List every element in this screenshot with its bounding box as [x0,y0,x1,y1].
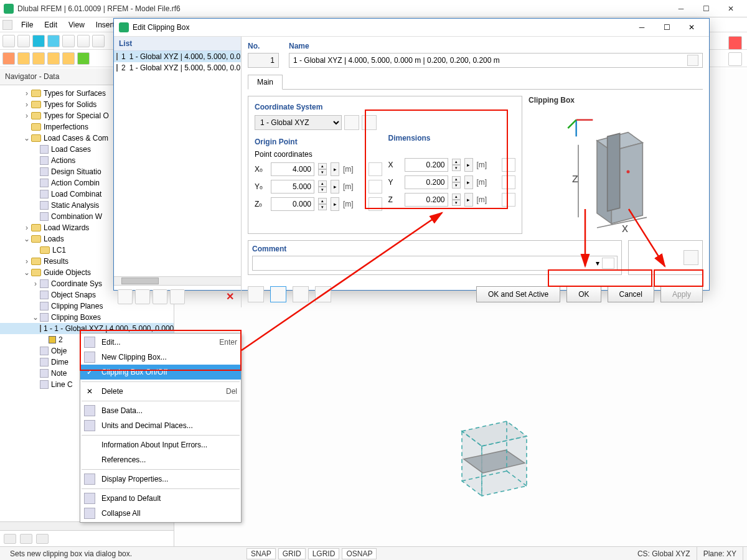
menu-file[interactable]: File [16,19,38,30]
edit-name-icon[interactable] [687,55,698,66]
spinner[interactable]: ▴▾ [318,198,327,210]
pick-icon[interactable] [502,175,515,189]
chevron-down-icon[interactable]: ▾ [596,259,599,268]
toolbar-icon[interactable] [17,35,30,47]
context-menu-item[interactable]: Information About Input Errors... [80,437,241,452]
toolbar-icon[interactable] [2,52,15,65]
nav-footer-icon[interactable] [36,534,49,544]
coord-value[interactable]: 4.000 [271,162,314,176]
chevron-icon[interactable]: › [22,257,31,266]
minimize-button[interactable]: ─ [669,1,693,17]
comment-input[interactable]: ▾ [252,256,618,271]
grid-button[interactable]: GRID [278,548,306,559]
dialog-list[interactable]: 11 - Global XYZ | 4.000, 5.000, 0.021 - … [114,51,241,276]
menu-edit[interactable]: Edit [39,19,62,30]
step-icon[interactable]: ▸ [331,180,339,194]
chevron-icon[interactable]: › [22,89,31,98]
footer-tool-icon[interactable] [248,286,264,302]
spinner[interactable]: ▴▾ [452,176,461,189]
context-menu-item[interactable]: Display Properties... [80,472,241,487]
context-menu-item[interactable]: Units and Decimal Places... [80,418,241,433]
spinner[interactable]: ▴▾ [452,159,461,171]
toolbar-icon[interactable] [2,35,15,47]
toolbar-icon[interactable] [92,35,105,47]
context-menu-item[interactable]: Collapse All [80,506,241,521]
toolbar-icon[interactable] [47,35,60,47]
list-tool-icon[interactable] [118,289,133,304]
toolbar-icon[interactable] [32,35,45,47]
footer-tool-icon[interactable] [315,286,331,302]
context-menu-item[interactable]: Base Data... [80,403,241,418]
apply-button[interactable]: Apply [660,286,703,302]
spinner[interactable]: ▴▾ [318,180,327,193]
pick-icon[interactable] [502,158,515,172]
chevron-icon[interactable]: › [22,223,31,232]
ok-set-active-button[interactable]: OK and Set Active [476,286,560,302]
context-menu-item[interactable]: New Clipping Box... [80,350,241,365]
cs-tool-icon[interactable] [362,115,377,130]
chevron-icon[interactable]: ⌄ [22,268,31,277]
navigator-scrollbar[interactable] [0,521,174,530]
coord-value[interactable]: 5.000 [271,180,314,194]
coord-value[interactable]: 0.200 [405,193,448,207]
snap-button[interactable]: SNAP [247,548,276,559]
ok-button[interactable]: OK [566,286,601,302]
list-tool-icon[interactable] [135,289,150,304]
nav-footer-icon[interactable] [4,534,16,544]
context-menu-item[interactable]: Expand to Default [80,491,241,506]
list-item[interactable]: 11 - Global XYZ | 4.000, 5.000, 0.0 [114,51,241,62]
pick-icon[interactable] [502,193,515,207]
cancel-button[interactable]: Cancel [608,286,654,302]
cs-tool-icon[interactable] [344,115,359,130]
lgrid-button[interactable]: LGRID [308,548,340,559]
spinner[interactable]: ▴▾ [318,163,327,175]
toolbar-icon[interactable] [17,52,30,65]
osnap-button[interactable]: OSNAP [342,548,377,559]
close-button[interactable]: ✕ [718,1,743,17]
toolbar-icon[interactable] [62,35,75,47]
step-icon[interactable]: ▸ [464,158,473,172]
chevron-icon[interactable]: ⌄ [22,134,31,142]
right-tool-icon[interactable] [728,36,742,50]
toolbar-icon[interactable] [47,52,60,65]
coord-value[interactable]: 0.200 [405,158,448,172]
list-delete-icon[interactable]: ✕ [222,291,237,302]
comment-side-icon[interactable] [684,250,698,265]
context-menu[interactable]: Edit...EnterNew Clipping Box...✓Clipping… [80,333,242,523]
step-icon[interactable]: ▸ [464,175,473,189]
chevron-icon[interactable]: › [22,100,31,109]
menubar-icon[interactable] [2,20,12,30]
step-icon[interactable]: ▸ [464,193,473,207]
tree-item[interactable]: ⌄Clipping Boxes [0,312,174,323]
list-tool-icon[interactable] [153,289,167,304]
dialog-maximize-button[interactable]: ☐ [654,19,679,36]
coord-value[interactable]: 0.000 [271,197,314,211]
toolbar-icon[interactable] [62,52,75,65]
spinner[interactable]: ▴▾ [452,194,461,206]
name-field[interactable]: 1 - Global XYZ | 4.000, 5.000, 0.000 m |… [289,53,703,68]
pick-icon[interactable] [369,162,382,176]
chevron-icon[interactable]: ⌄ [31,313,40,322]
dialog-minimize-button[interactable]: ─ [629,19,654,36]
list-item[interactable]: 21 - Global XYZ | 5.000, 5.000, 0.0 [114,62,241,73]
step-icon[interactable]: ▸ [331,197,339,211]
footer-tool-icon[interactable] [270,286,286,302]
no-field[interactable]: 1 [248,53,279,68]
list-tool-icon[interactable] [170,289,185,304]
context-menu-item[interactable]: ✓Clipping Box On/Off [80,365,241,380]
chevron-icon[interactable]: › [31,279,40,288]
dialog-list-scrollbar[interactable] [114,276,241,285]
toolbar-icon[interactable] [32,52,45,65]
context-menu-item[interactable]: References... [80,452,241,467]
chevron-icon[interactable]: › [22,111,31,120]
cs-select[interactable]: 1 - Global XYZ [255,115,342,130]
right-tool-icon[interactable] [728,52,742,66]
context-menu-item[interactable]: ✕DeleteDel [80,384,241,399]
tab-main[interactable]: Main [248,75,283,90]
comment-tool-icon[interactable] [602,258,614,269]
context-menu-item[interactable]: Edit...Enter [80,335,241,350]
footer-tool-icon[interactable] [293,286,309,302]
nav-footer-icon[interactable] [20,534,32,544]
menu-view[interactable]: View [63,19,90,30]
maximize-button[interactable]: ☐ [693,1,718,17]
